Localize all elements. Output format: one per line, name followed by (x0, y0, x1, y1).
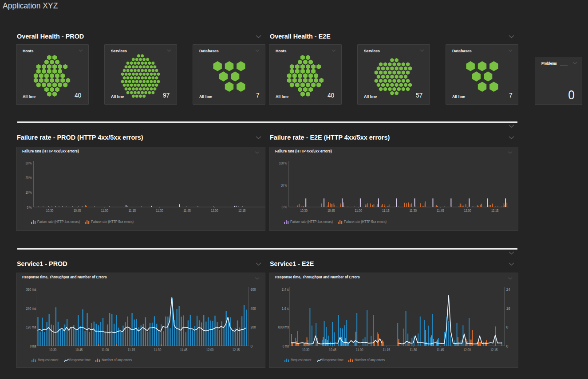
svg-text:0 %: 0 % (27, 205, 32, 210)
svg-text:11:00: 11:00 (101, 208, 109, 213)
svg-text:0: 0 (251, 344, 253, 348)
svg-text:11:00: 11:00 (102, 348, 109, 352)
svg-text:240 ms: 240 ms (26, 306, 36, 311)
svg-text:360 ms: 360 ms (26, 287, 36, 292)
svg-text:10:45: 10:45 (329, 348, 336, 352)
svg-text:11:45: 11:45 (437, 208, 444, 213)
svg-text:10 %: 10 % (26, 190, 32, 195)
svg-text:10:45: 10:45 (328, 208, 335, 213)
svg-text:1.6 s: 1.6 s (282, 306, 289, 311)
svg-text:12:15: 12:15 (233, 348, 240, 352)
svg-text:10:30: 10:30 (302, 348, 310, 352)
svg-text:600: 600 (251, 287, 256, 292)
svg-text:0 ms: 0 ms (283, 344, 289, 348)
svg-text:11:30: 11:30 (410, 348, 417, 352)
svg-text:11:45: 11:45 (183, 208, 191, 213)
svg-text:11:15: 11:15 (128, 208, 136, 213)
svg-text:120 ms: 120 ms (26, 325, 36, 329)
svg-text:12:15: 12:15 (490, 348, 498, 352)
svg-text:12:00: 12:00 (206, 348, 214, 352)
svg-text:11:00: 11:00 (356, 348, 363, 352)
svg-text:11:00: 11:00 (355, 208, 362, 213)
svg-text:12:15: 12:15 (491, 208, 499, 213)
svg-text:11:15: 11:15 (383, 348, 391, 352)
svg-text:24: 24 (506, 287, 510, 292)
svg-text:20 %: 20 % (26, 176, 32, 180)
svg-text:16: 16 (506, 306, 510, 311)
svg-text:10:30: 10:30 (49, 348, 57, 352)
svg-text:10:45: 10:45 (74, 208, 81, 213)
svg-text:12:00: 12:00 (211, 208, 218, 213)
svg-text:11:30: 11:30 (409, 208, 417, 213)
svg-text:12:00: 12:00 (463, 348, 471, 352)
svg-text:10:30: 10:30 (46, 208, 54, 213)
svg-text:11:45: 11:45 (437, 348, 444, 352)
svg-text:11:30: 11:30 (154, 348, 162, 352)
svg-text:11:15: 11:15 (382, 208, 390, 213)
svg-text:11:30: 11:30 (156, 208, 163, 213)
svg-text:50 %: 50 % (281, 183, 287, 188)
svg-text:11:45: 11:45 (180, 348, 188, 352)
svg-text:30 %: 30 % (26, 161, 32, 165)
svg-text:100 %: 100 % (279, 161, 287, 165)
svg-text:2.4 s: 2.4 s (282, 287, 289, 292)
svg-text:10:30: 10:30 (300, 208, 308, 213)
svg-text:800 ms: 800 ms (278, 325, 289, 329)
svg-text:12:00: 12:00 (464, 208, 471, 213)
svg-text:200: 200 (251, 325, 256, 329)
svg-text:0 %: 0 % (282, 205, 287, 209)
svg-text:12:15: 12:15 (238, 208, 246, 213)
svg-text:11:15: 11:15 (128, 348, 135, 352)
svg-text:8: 8 (506, 325, 509, 329)
svg-text:10:45: 10:45 (75, 348, 83, 352)
svg-text:0: 0 (506, 344, 509, 348)
svg-text:400: 400 (251, 306, 256, 311)
svg-text:0 ms: 0 ms (30, 344, 36, 348)
